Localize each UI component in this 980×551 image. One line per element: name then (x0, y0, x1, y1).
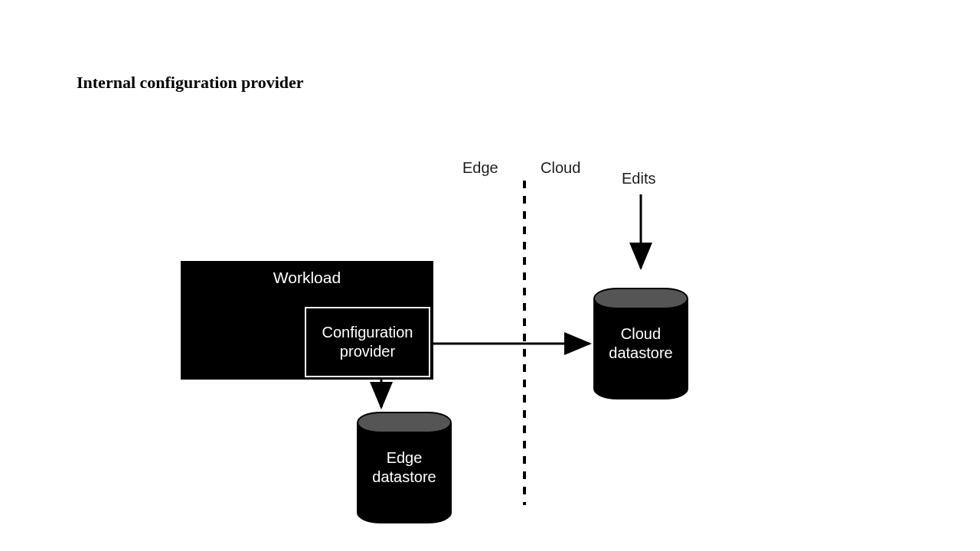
cloud-datastore-label: Cloud datastore (593, 324, 688, 363)
cylinder-bottom-icon (357, 502, 452, 523)
edge-datastore-label: Edge datastore (357, 448, 452, 487)
configuration-provider-node: Configuration provider (305, 307, 430, 377)
cylinder-top-icon (357, 412, 452, 433)
edits-label: Edits (622, 170, 655, 187)
diagram-title: Internal configuration provider (77, 73, 304, 93)
cloud-side-label: Cloud (541, 159, 580, 177)
cylinder-top-icon (593, 288, 688, 309)
edge-datastore-node: Edge datastore (357, 412, 452, 523)
cloud-datastore-node: Cloud datastore (593, 288, 688, 399)
edge-side-label: Edge (462, 159, 498, 177)
configuration-provider-label: Configuration provider (306, 323, 429, 361)
cylinder-bottom-icon (593, 378, 688, 399)
workload-label: Workload (181, 269, 433, 287)
